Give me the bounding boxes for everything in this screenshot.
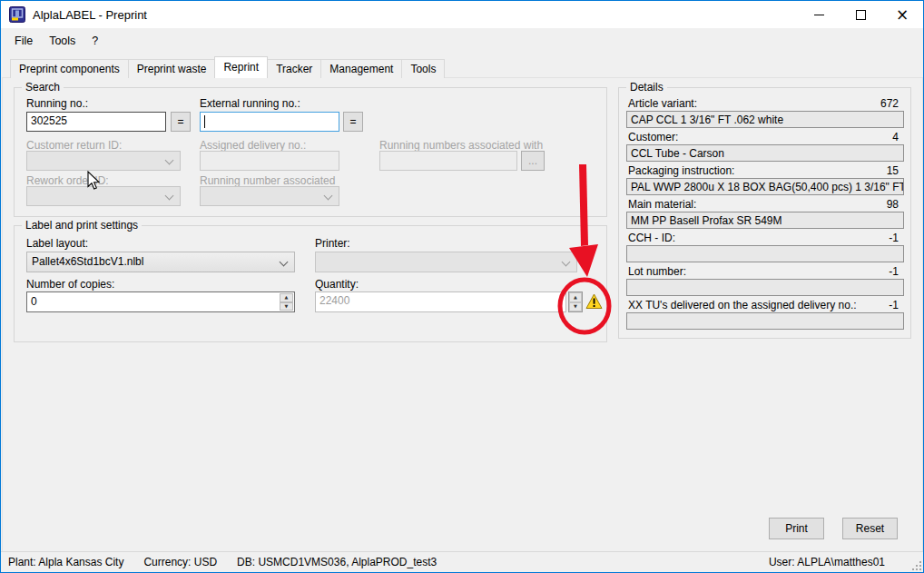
minimize-button[interactable] — [798, 1, 840, 28]
status-bar: Plant: Alpla Kansas City Currency: USD D… — [1, 551, 923, 572]
tab-tools[interactable]: Tools — [401, 59, 445, 78]
number-of-copies-label: Number of copies: — [26, 278, 114, 291]
details-group: Details Article variant: 672 CAP CCL 1 3… — [618, 87, 911, 339]
running-no-equals-button[interactable]: = — [171, 112, 191, 132]
label-layout-value: Pallet4x6Std1bcV1.nlbl — [32, 255, 143, 268]
details-group-title: Details — [626, 81, 667, 94]
reset-button[interactable]: Reset — [842, 518, 898, 539]
running-no-label: Running no.: — [26, 97, 88, 110]
status-plant: Plant: Alpla Kansas City — [8, 556, 123, 568]
external-running-no-label: External running no.: — [200, 97, 300, 110]
customer-label: Customer: — [628, 131, 678, 143]
chevron-down-icon — [165, 156, 174, 165]
article-variant-id: 672 — [880, 97, 899, 110]
resize-grip[interactable] — [909, 558, 921, 570]
assigned-delivery-no-label: Assigned delivery no.: — [200, 139, 306, 152]
menu-tools[interactable]: Tools — [44, 32, 81, 50]
lot-number-value — [626, 279, 904, 296]
number-of-copies-stepper[interactable]: 0 ▲ ▼ — [26, 291, 295, 312]
running-number-associated-combo — [200, 186, 339, 206]
tab-preprint-waste[interactable]: Preprint waste — [128, 59, 216, 78]
external-running-no-input[interactable] — [200, 112, 339, 132]
packaging-instruction-id: 15 — [887, 164, 899, 177]
status-user: User: ALPLA\matthes01 — [769, 556, 885, 568]
running-numbers-associated-with-input — [379, 151, 517, 171]
tab-reprint[interactable]: Reprint — [214, 56, 268, 78]
spin-up-icon[interactable]: ▲ — [280, 293, 293, 302]
print-button[interactable]: Print — [769, 518, 824, 539]
chevron-down-icon — [280, 258, 289, 267]
running-numbers-associated-with-label: Running numbers associated with — [379, 139, 543, 152]
main-material-value: MM PP Basell Profax SR 549M — [626, 212, 904, 229]
tus-delivered-label: XX TU's delivered on the assigned delive… — [628, 299, 857, 311]
main-material-id: 98 — [887, 198, 899, 211]
rework-order-id-label: Rework order ID: — [26, 174, 109, 187]
customer-id: 4 — [892, 131, 899, 143]
maximize-button[interactable] — [840, 1, 881, 28]
chevron-down-icon — [324, 192, 333, 201]
minimize-icon — [814, 15, 824, 15]
label-layout-label: Label layout: — [26, 237, 88, 250]
tab-preprint-components[interactable]: Preprint components — [10, 59, 129, 78]
warning-icon — [585, 293, 603, 310]
close-button[interactable]: × — [881, 1, 923, 28]
browse-button: ... — [521, 151, 545, 171]
menu-file[interactable]: File — [9, 32, 38, 50]
running-number-associated-label: Running number associated — [200, 174, 335, 187]
menu-help[interactable]: ? — [86, 32, 103, 50]
article-variant-value: CAP CCL 1 3/16" FT .062 white — [626, 111, 904, 128]
packaging-instruction-value: PAL WWP 2800u X 18 BOX BAG(50,400 pcs) 1… — [626, 178, 904, 195]
printer-label: Printer: — [315, 237, 350, 250]
lot-number-num: -1 — [889, 265, 899, 278]
app-window: AlplaLABEL - Preprint × File Tools ? Pre… — [0, 0, 924, 573]
printer-combo — [315, 252, 577, 272]
tus-delivered-value — [626, 312, 904, 330]
search-group: Search Running no.: 302525 = External ru… — [14, 87, 607, 217]
close-icon: × — [896, 7, 909, 23]
quantity-stepper[interactable]: ▲ ▼ — [568, 291, 583, 312]
customer-value: CCL Tube - Carson — [626, 144, 904, 162]
maximize-icon — [856, 10, 866, 20]
title-bar: AlplaLABEL - Preprint × — [1, 1, 923, 28]
status-currency: Currency: USD — [143, 556, 217, 568]
search-group-title: Search — [22, 81, 64, 94]
tab-management[interactable]: Management — [320, 59, 402, 78]
customer-return-id-label: Customer return ID: — [26, 139, 122, 152]
cch-id-value — [626, 245, 904, 262]
menu-bar: File Tools ? — [1, 28, 923, 53]
tab-tracker[interactable]: Tracker — [267, 59, 321, 78]
quantity-label: Quantity: — [315, 278, 359, 291]
tus-delivered-num: -1 — [889, 299, 899, 311]
text-caret — [204, 115, 205, 128]
chevron-down-icon — [165, 192, 174, 201]
status-db: DB: USMCD1VMS036, AlplaPROD_test3 — [237, 556, 437, 568]
label-print-settings-group: Label and print settings Label layout: P… — [14, 225, 607, 342]
lot-number-label: Lot number: — [628, 265, 686, 278]
label-print-settings-title: Label and print settings — [22, 219, 142, 232]
spin-down-icon[interactable]: ▼ — [280, 302, 293, 311]
article-variant-label: Article variant: — [628, 97, 697, 110]
quantity-input: 22400 — [315, 291, 566, 312]
label-layout-combo[interactable]: Pallet4x6Std1bcV1.nlbl — [26, 252, 295, 272]
external-running-no-equals-button[interactable]: = — [343, 112, 363, 132]
number-of-copies-value: 0 — [31, 295, 37, 308]
tab-strip: Preprint components Preprint waste Repri… — [10, 56, 444, 78]
chevron-down-icon — [562, 258, 571, 267]
cch-id-label: CCH - ID: — [628, 232, 675, 244]
packaging-instruction-label: Packaging instruction: — [628, 164, 734, 177]
running-no-input[interactable]: 302525 — [26, 112, 166, 132]
cch-id-num: -1 — [889, 232, 899, 244]
rework-order-id-combo — [26, 186, 181, 206]
spin-down-icon[interactable]: ▼ — [569, 302, 582, 312]
customer-return-id-combo — [26, 151, 181, 171]
main-material-label: Main material: — [628, 198, 696, 211]
spin-up-icon[interactable]: ▲ — [569, 292, 582, 302]
window-title: AlplaLABEL - Preprint — [33, 8, 147, 22]
assigned-delivery-no-input — [200, 151, 339, 171]
app-icon — [9, 6, 25, 23]
